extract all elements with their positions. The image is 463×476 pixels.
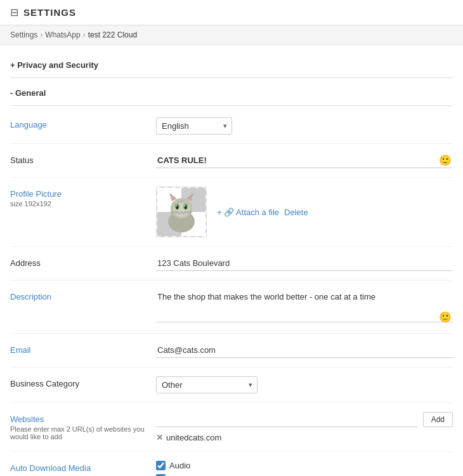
- address-label: Address: [10, 256, 156, 268]
- status-input[interactable]: [156, 153, 453, 168]
- svg-point-15: [185, 206, 186, 207]
- language-select[interactable]: English French Spanish German: [156, 117, 232, 135]
- status-control: 🙂: [156, 153, 453, 168]
- language-label: Language: [10, 117, 156, 129]
- business-category-select[interactable]: Other Retail Services Technology: [156, 376, 258, 393]
- status-row: Status 🙂: [10, 144, 453, 178]
- auto-download-label: Auto Download Media: [10, 461, 156, 473]
- main-content: + Privacy and Security - General Languag…: [0, 45, 463, 476]
- cat-image: [157, 188, 205, 236]
- language-control: English French Spanish German ▾: [156, 117, 453, 135]
- websites-add-button[interactable]: Add: [423, 412, 453, 427]
- profile-picture-label: Profile Picture size 192x192: [10, 187, 156, 208]
- websites-label: Websites Please enter max 2 URL(s) of we…: [10, 412, 156, 440]
- websites-input[interactable]: [156, 412, 418, 427]
- privacy-divider: [10, 77, 453, 78]
- breadcrumb-sep-1: ›: [40, 30, 42, 39]
- email-row: Email: [10, 334, 453, 367]
- website-tag-1: ✕ unitedcats.com: [156, 432, 221, 442]
- status-label: Status: [10, 153, 156, 165]
- language-select-wrap: English French Spanish German ▾: [156, 117, 232, 135]
- profile-picture-preview: [156, 187, 207, 237]
- websites-row: Websites Please enter max 2 URL(s) of we…: [10, 403, 453, 452]
- general-divider: [10, 105, 453, 106]
- description-input[interactable]: The the shop that makes the world better…: [156, 289, 453, 322]
- checkbox-audio-input[interactable]: [156, 461, 166, 470]
- description-emoji-button[interactable]: 🙂: [439, 311, 452, 323]
- website-url: unitedcats.com: [166, 433, 221, 442]
- business-category-row: Business Category Other Retail Services …: [10, 367, 453, 403]
- delete-picture-button[interactable]: Delete: [284, 208, 308, 217]
- email-control: [156, 343, 453, 358]
- address-input[interactable]: [156, 256, 453, 271]
- svg-point-14: [176, 206, 177, 207]
- privacy-section-header[interactable]: + Privacy and Security: [10, 53, 453, 75]
- page-title: SETTINGS: [23, 7, 76, 18]
- profile-pic-actions: + 🔗 Attach a file Delete: [217, 208, 308, 217]
- website-remove-button[interactable]: ✕: [156, 432, 164, 442]
- description-label: Description: [10, 289, 156, 301]
- description-row: Description The the shop that makes the …: [10, 281, 453, 334]
- header: ⊟ SETTINGS: [0, 0, 463, 25]
- breadcrumb-sep-2: ›: [83, 30, 86, 39]
- address-row: Address: [10, 247, 453, 281]
- profile-picture-sublabel: size 192x192: [10, 200, 156, 208]
- breadcrumb-settings[interactable]: Settings: [10, 30, 37, 39]
- websites-control: Add ✕ unitedcats.com: [156, 412, 453, 442]
- profile-pic-wrap: + 🔗 Attach a file Delete: [156, 187, 453, 237]
- websites-sublabel: Please enter max 2 URL(s) of websites yo…: [10, 425, 156, 440]
- profile-picture-row: Profile Picture size 192x192: [10, 178, 453, 247]
- settings-icon: ⊟: [10, 6, 18, 18]
- checkbox-audio-label: Audio: [169, 461, 190, 470]
- breadcrumb-whatsapp[interactable]: WhatsApp: [45, 30, 80, 39]
- address-control: [156, 256, 453, 271]
- description-control: The the shop that makes the world better…: [156, 289, 453, 324]
- attach-file-button[interactable]: + 🔗 Attach a file: [217, 208, 279, 217]
- status-wrap: 🙂: [156, 153, 453, 168]
- privacy-section-label: + Privacy and Security: [10, 60, 98, 70]
- profile-picture-control: + 🔗 Attach a file Delete: [156, 187, 453, 237]
- auto-download-list: Audio Video Sticker Document Image: [156, 461, 453, 476]
- checkbox-audio: Audio: [156, 461, 453, 470]
- email-input[interactable]: [156, 343, 453, 358]
- general-section-label: - General: [10, 88, 46, 98]
- websites-add-row: Add: [156, 412, 453, 427]
- breadcrumb-current: test 222 Cloud: [88, 30, 137, 39]
- business-category-label: Business Category: [10, 376, 156, 388]
- general-section-header[interactable]: - General: [10, 81, 453, 103]
- auto-download-control: Audio Video Sticker Document Image: [156, 461, 453, 476]
- language-row: Language English French Spanish German ▾: [10, 109, 453, 144]
- description-wrap: The the shop that makes the world better…: [156, 289, 453, 324]
- breadcrumb: Settings › WhatsApp › test 222 Cloud: [0, 25, 463, 45]
- business-category-control: Other Retail Services Technology ▾: [156, 376, 453, 393]
- auto-download-row: Auto Download Media Audio Video Sticker …: [10, 452, 453, 476]
- email-label: Email: [10, 343, 156, 355]
- business-category-select-wrap: Other Retail Services Technology ▾: [156, 376, 258, 393]
- status-emoji-button[interactable]: 🙂: [439, 154, 452, 166]
